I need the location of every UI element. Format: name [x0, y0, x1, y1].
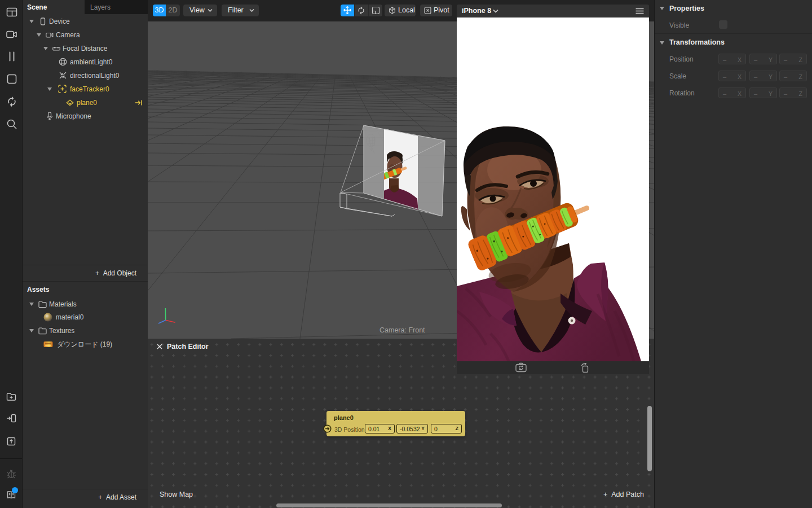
- svg-text:Camera: Front: Camera: Front: [379, 326, 425, 334]
